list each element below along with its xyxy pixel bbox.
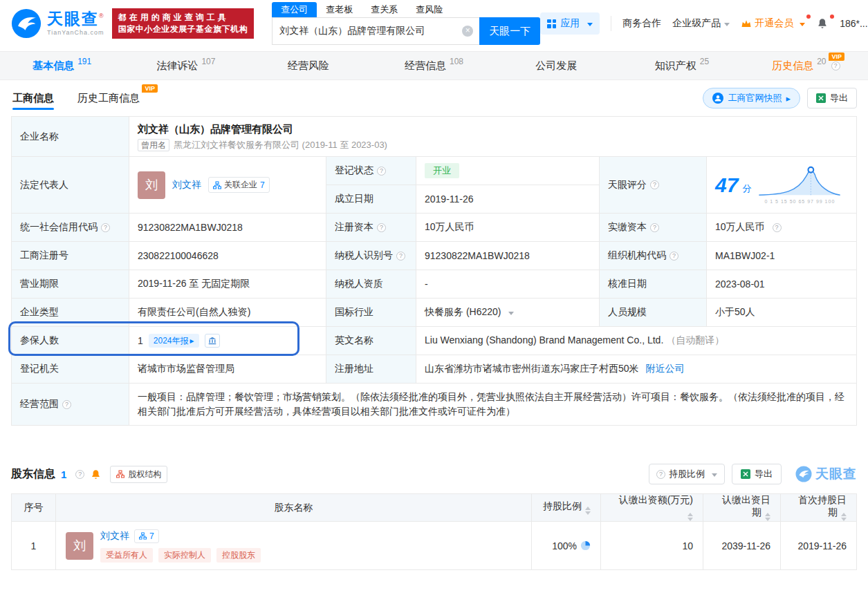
tag-actual-controller[interactable]: 实际控制人 <box>158 548 211 563</box>
help-icon[interactable]: ? <box>377 167 386 176</box>
help-icon[interactable]: ? <box>650 223 659 232</box>
business-scope-label: 经营范围? <box>12 384 129 426</box>
search-tab-risk[interactable]: 查风险 <box>407 2 452 17</box>
search-input[interactable] <box>272 17 479 45</box>
org-code-label: 组织机构代码? <box>600 242 707 270</box>
subtab-history-registration[interactable]: 历史工商信息 VIP <box>76 82 141 115</box>
sort-icon[interactable] <box>687 513 693 521</box>
annual-report-chip[interactable]: 2024年报 ▸ <box>149 334 199 348</box>
shareholder-row: 1 刘 刘文祥 7 <box>12 522 857 570</box>
related-companies-badge[interactable]: 7 <box>134 529 159 543</box>
tab-company-development[interactable]: 公司发展 <box>496 52 620 79</box>
tianyancha-logo[interactable]: 天眼查® TianYanCha.com <box>11 8 105 39</box>
page-content: 工商信息 历史工商信息 VIP 工商官网快照 ▸ 导出 企业名称 <box>0 80 868 570</box>
tab-label: 知识产权 <box>655 59 696 73</box>
legal-rep-link[interactable]: 刘文祥 <box>172 179 201 191</box>
related-companies-badge[interactable]: 关联企业 7 <box>208 177 270 193</box>
th-subscribed-date[interactable]: 认缴出资日期 <box>703 494 781 522</box>
tab-business-info[interactable]: 经营信息108 <box>372 52 496 79</box>
logo-text-block: 天眼查® TianYanCha.com <box>47 10 105 36</box>
subtab-business-registration[interactable]: 工商信息 <box>11 82 55 115</box>
th-subscribed-amount[interactable]: 认缴出资额(万元) <box>601 494 703 522</box>
help-icon[interactable]: ? <box>670 252 678 261</box>
vip-membership-link[interactable]: 开通会员 <box>741 17 805 30</box>
search-area: 查公司 查老板 查关系 查风险 × 天眼一下 <box>272 2 540 45</box>
search-tab-company[interactable]: 查公司 <box>272 2 317 17</box>
subscribed-date-value: 2039-11-26 <box>703 522 781 570</box>
reg-capital-value: 10万人民币 <box>416 214 600 242</box>
help-icon[interactable]: ? <box>75 470 84 479</box>
notifications-bell-icon[interactable] <box>816 17 829 30</box>
crown-icon <box>741 19 752 28</box>
tab-legal-proceedings[interactable]: 法律诉讼107 <box>124 52 248 79</box>
help-icon[interactable]: ? <box>396 252 405 261</box>
help-icon[interactable]: ? <box>62 400 71 409</box>
legal-rep-label: 法定代表人 <box>12 157 129 214</box>
search-tab-boss[interactable]: 查老板 <box>317 2 362 17</box>
tab-history-info[interactable]: VIP 历史信息20 ? <box>744 52 868 79</box>
th-first-holding-date[interactable]: 首次持股日期 <box>781 494 857 522</box>
tab-intellectual-property[interactable]: 知识产权25 <box>620 52 744 79</box>
annual-report-label: 2024年报 <box>154 334 189 348</box>
help-icon[interactable]: ? <box>650 180 659 189</box>
official-snapshot-button[interactable]: 工商官网快照 ▸ <box>703 88 800 108</box>
account-phone-label: 186*... <box>840 18 867 29</box>
tianyancha-watermark: 天眼查 <box>795 465 857 483</box>
former-name-tag: 曾用名 <box>138 139 169 151</box>
tab-label: 历史信息 <box>772 59 813 73</box>
auto-translate-note: （自动翻译） <box>666 334 724 346</box>
legal-rep-avatar[interactable]: 刘 <box>138 171 165 199</box>
ratio-filter-dropdown[interactable]: ? 持股比例 <box>649 464 725 484</box>
shareholders-title: 股东信息 <box>11 467 55 482</box>
apps-label: 应用 <box>560 17 580 30</box>
pie-chart-icon[interactable] <box>580 540 591 551</box>
english-name-label: 英文名称 <box>326 327 416 355</box>
help-icon[interactable]: ? <box>831 62 840 70</box>
company-name-value: 刘文祥（山东）品牌管理有限公司 <box>138 122 848 136</box>
industry-value[interactable]: 快餐服务 (H6220) <box>425 306 501 319</box>
subtab-label: 工商信息 <box>12 92 54 104</box>
building-icon-button[interactable] <box>205 334 220 348</box>
tab-operation-risk[interactable]: 经营风险 <box>248 52 372 79</box>
apps-menu-button[interactable]: 应用 <box>540 12 600 35</box>
chevron-down-icon <box>800 23 805 29</box>
export-button[interactable]: 导出 <box>807 88 857 108</box>
shareholder-avatar[interactable]: 刘 <box>66 532 93 560</box>
sort-icon[interactable] <box>841 513 847 521</box>
org-chart-icon <box>116 470 124 478</box>
tag-beneficial-owner[interactable]: 受益所有人 <box>100 548 153 563</box>
search-tabs: 查公司 查老板 查关系 查风险 <box>272 2 540 17</box>
notification-dot <box>806 15 811 19</box>
address-label: 注册地址 <box>326 355 416 384</box>
enterprise-products-link[interactable]: 企业级产品 <box>672 17 730 30</box>
vip-badge: VIP <box>142 84 158 93</box>
legal-rep-cell: 刘 刘文祥 关联企业 7 <box>129 157 326 214</box>
account-phone[interactable]: 186*... <box>840 18 867 29</box>
help-icon[interactable]: ? <box>773 223 782 232</box>
main-nav-tabs: 基本信息191 法律诉讼107 经营风险 经营信息108 公司发展 知识产权25… <box>0 51 868 80</box>
tab-label: 基本信息 <box>33 59 74 73</box>
bell-icon <box>816 17 829 30</box>
export-button[interactable]: 导出 <box>732 464 782 484</box>
monitor-bell-icon[interactable] <box>90 469 102 480</box>
help-icon[interactable]: ? <box>377 223 386 232</box>
help-icon[interactable]: ? <box>101 223 110 232</box>
tag-controlling-shareholder[interactable]: 控股股东 <box>216 548 261 563</box>
reg-status-cell: 开业 <box>416 157 600 185</box>
th-ratio[interactable]: 持股比例 <box>532 494 601 522</box>
sort-icon[interactable] <box>765 513 770 521</box>
nearby-companies-link[interactable]: 附近公司 <box>645 363 684 374</box>
snapshot-person-icon <box>712 93 723 104</box>
business-cooperation-link[interactable]: 商务合作 <box>622 17 661 30</box>
equity-structure-button[interactable]: 股权结构 <box>110 466 167 483</box>
shareholder-name-link[interactable]: 刘文祥 <box>100 530 129 542</box>
authority-label: 登记机关 <box>12 355 129 384</box>
search-button[interactable]: 天眼一下 <box>479 17 540 45</box>
sort-icon[interactable] <box>585 507 591 515</box>
tab-basic-info[interactable]: 基本信息191 <box>0 52 124 79</box>
search-tab-relation[interactable]: 查关系 <box>362 2 407 17</box>
tab-count: 20 <box>817 57 826 66</box>
export-label: 导出 <box>830 92 848 104</box>
established-label: 成立日期 <box>326 185 416 214</box>
chevron-down-icon[interactable] <box>508 312 514 318</box>
